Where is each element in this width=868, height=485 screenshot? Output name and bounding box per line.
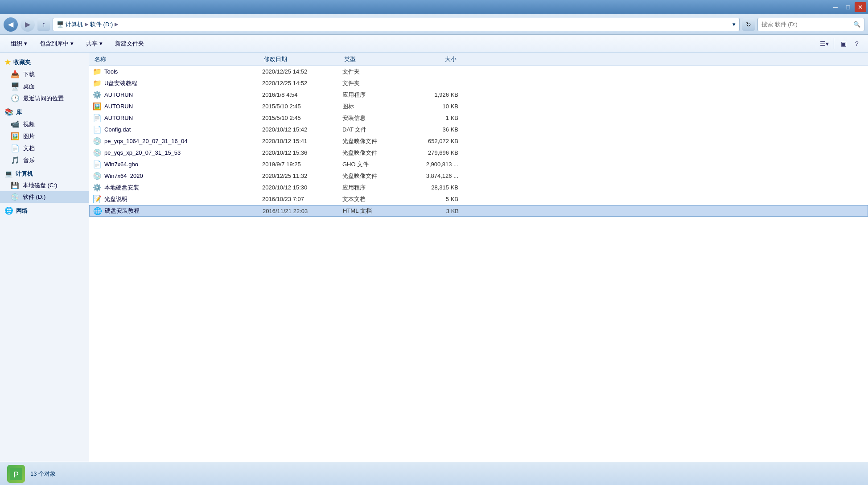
table-row[interactable]: 💿 Win7x64_2020 2020/12/25 11:32 光盘映像文件 3… [89,170,868,182]
file-icon: 📄 [93,114,102,122]
sidebar-item-music[interactable]: 🎵 音乐 [0,154,89,166]
file-name-text: AUTORUN [104,91,133,98]
breadcrumb[interactable]: 🖥️ 计算机 ▶ 软件 (D:) ▶ ▾ [53,18,740,31]
sidebar-network-header[interactable]: 🌐 网络 [0,205,89,217]
up-button[interactable]: ↑ [37,18,50,31]
file-date: 2020/12/25 14:52 [262,80,342,86]
file-size: 2,900,813 ... [405,161,458,168]
search-input[interactable] [761,21,852,28]
folder-icon-doc: 📄 [11,144,20,152]
minimize-button[interactable]: ─ [830,2,841,12]
help-button[interactable]: ? [851,38,863,49]
file-date: 2020/12/25 11:32 [262,173,342,179]
desktop-label: 桌面 [23,82,35,90]
view-button[interactable]: ☰ ▾ [819,38,830,49]
drive-icon-d: 💿 [11,193,19,201]
table-row[interactable]: 💿 pe_yqs_xp_20_07_31_15_53 2020/10/12 15… [89,147,868,159]
library-icon: 📚 [4,108,13,116]
sidebar-library-header[interactable]: 📚 库 [0,106,89,118]
breadcrumb-icon: 🖥️ [57,21,64,28]
sidebar: ★ 收藏夹 📥 下载 🖥️ 桌面 🕐 最近访问的位置 📚 库 [0,53,89,462]
file-list-container: 名称 修改日期 类型 大小 📁 Tools 2020/12/25 14:52 文… [89,53,868,462]
preview-icon: ▣ [841,40,847,47]
file-name-text: 硬盘安装教程 [105,207,140,215]
file-date: 2016/10/23 7:07 [262,196,342,202]
table-row[interactable]: 🌐 硬盘安装教程 2016/11/21 22:03 HTML 文档 3 KB [89,205,868,217]
sidebar-item-desktop[interactable]: 🖥️ 桌面 [0,80,89,92]
breadcrumb-sep-2: ▶ [115,21,118,27]
view-icon: ☰ [820,40,826,47]
table-row[interactable]: 🖼️ AUTORUN 2015/5/10 2:45 图标 10 KB [89,101,868,112]
file-icon: 📁 [93,79,102,87]
music-label: 音乐 [23,156,35,164]
col-header-date[interactable]: 修改日期 [262,53,342,66]
share-button[interactable]: 共享 ▾ [81,37,108,50]
sidebar-item-downloads[interactable]: 📥 下载 [0,68,89,80]
table-row[interactable]: 📄 Config.dat 2020/10/12 15:42 DAT 文件 36 … [89,124,868,136]
table-row[interactable]: 📝 光盘说明 2016/10/23 7:07 文本文档 5 KB [89,193,868,205]
organize-label: 组织 [11,40,22,48]
sidebar-group-favorites: ★ 收藏夹 📥 下载 🖥️ 桌面 🕐 最近访问的位置 [0,56,89,104]
table-row[interactable]: ⚙️ AUTORUN 2016/1/8 4:54 应用程序 1,926 KB [89,89,868,101]
image-label: 图片 [23,132,35,140]
breadcrumb-computer[interactable]: 计算机 [66,21,83,29]
col-header-type[interactable]: 类型 [342,53,405,66]
sidebar-item-local-c[interactable]: 💾 本地磁盘 (C:) [0,180,89,191]
file-icon: 💿 [93,172,102,180]
preview-button[interactable]: ▣ [838,38,849,49]
sidebar-item-image[interactable]: 🖼️ 图片 [0,130,89,142]
local-c-label: 本地磁盘 (C:) [23,181,57,189]
forward-button[interactable]: ▶ [21,17,35,32]
file-type: 安装信息 [342,114,405,122]
file-name: ⚙️ AUTORUN [93,90,262,99]
file-name-text: AUTORUN [104,103,133,110]
breadcrumb-drive[interactable]: 软件 (D:) [90,21,113,29]
search-bar[interactable]: 🔍 [757,18,864,31]
col-header-size[interactable]: 大小 [405,53,458,66]
sidebar-item-recent[interactable]: 🕐 最近访问的位置 [0,92,89,104]
file-name: 📝 光盘说明 [93,195,262,203]
file-name: 📄 Config.dat [93,125,262,134]
table-row[interactable]: 💿 pe_yqs_1064_20_07_31_16_04 2020/10/12 … [89,136,868,147]
file-date: 2016/11/21 22:03 [263,208,343,214]
table-row[interactable]: 📄 Win7x64.gho 2019/9/7 19:25 GHO 文件 2,90… [89,159,868,170]
col-header-name[interactable]: 名称 [93,53,262,66]
file-size: 1,926 KB [405,91,458,98]
file-name-text: 光盘说明 [104,195,128,203]
file-name-text: pe_yqs_1064_20_07_31_16_04 [104,138,188,144]
sidebar-computer-header[interactable]: 💻 计算机 [0,168,89,180]
folder-icon-desktop: 🖥️ [11,82,20,90]
sidebar-item-software-d[interactable]: 💿 软件 (D:) [0,191,89,203]
star-icon: ★ [4,58,11,66]
file-icon: 📁 [93,67,102,76]
file-list-header: 名称 修改日期 类型 大小 [89,53,868,66]
new-folder-button[interactable]: 新建文件夹 [110,37,149,50]
table-row[interactable]: ⚙️ 本地硬盘安装 2020/10/12 15:30 应用程序 28,315 K… [89,182,868,193]
refresh-button[interactable]: ↻ [742,18,755,31]
file-icon: ⚙️ [93,183,102,192]
include-button[interactable]: 包含到库中 ▾ [34,37,79,50]
network-icon: 🌐 [4,206,13,215]
new-folder-label: 新建文件夹 [115,40,144,48]
sidebar-item-video[interactable]: 📹 视频 [0,118,89,130]
file-date: 2015/5/10 2:45 [262,103,342,110]
computer-label: 计算机 [16,170,33,178]
organize-button[interactable]: 组织 ▾ [5,37,33,50]
file-date: 2020/12/25 14:52 [262,68,342,75]
breadcrumb-dropdown: ▾ [732,21,736,28]
file-type: 文本文档 [342,195,405,203]
file-icon: 📄 [93,125,102,134]
maximize-button[interactable]: □ [842,2,854,12]
file-date: 2016/1/8 4:54 [262,91,342,98]
table-row[interactable]: 📁 U盘安装教程 2020/12/25 14:52 文件夹 [89,78,868,89]
file-type: 光盘映像文件 [342,149,405,157]
sidebar-item-doc[interactable]: 📄 文档 [0,142,89,154]
file-name: 📁 Tools [93,67,262,76]
table-row[interactable]: 📁 Tools 2020/12/25 14:52 文件夹 [89,66,868,78]
file-name: 🌐 硬盘安装教程 [93,207,263,215]
sidebar-favorites-header[interactable]: ★ 收藏夹 [0,56,89,68]
video-label: 视频 [23,120,35,128]
close-button[interactable]: ✕ [855,2,866,12]
back-button[interactable]: ◀ [4,17,18,32]
table-row[interactable]: 📄 AUTORUN 2015/5/10 2:45 安装信息 1 KB [89,112,868,124]
